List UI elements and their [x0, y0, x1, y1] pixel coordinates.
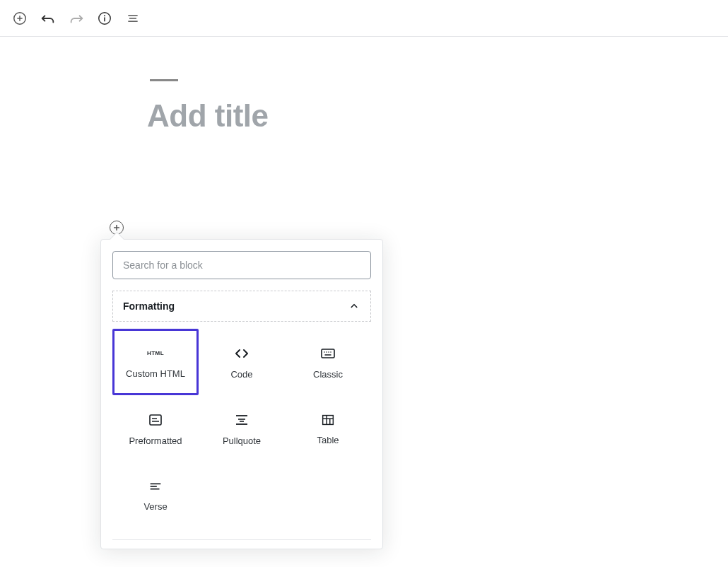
outline-button[interactable] [123, 8, 143, 28]
plus-circle-icon [12, 11, 28, 26]
keyboard-icon [319, 345, 336, 362]
editor-canvas: Add title Formatting HTML Custom HTML [0, 37, 728, 134]
category-label: Formatting [123, 300, 175, 312]
title-block[interactable]: Add title [147, 79, 728, 134]
block-option-table[interactable]: Table [285, 395, 371, 462]
redo-icon [69, 11, 84, 26]
svg-point-15 [330, 351, 331, 353]
title-accent-bar [150, 79, 178, 81]
block-option-verse[interactable]: Verse [112, 462, 199, 528]
title-placeholder-text: Add title [147, 98, 728, 134]
table-icon [320, 412, 336, 428]
html-icon: HTML [147, 345, 164, 361]
block-option-pullquote[interactable]: Pullquote [199, 395, 285, 462]
block-search-input[interactable] [112, 251, 371, 279]
svg-point-12 [324, 351, 325, 353]
search-wrap [101, 240, 382, 291]
chevron-up-icon [348, 300, 360, 312]
category-header-formatting[interactable]: Formatting [112, 291, 371, 322]
redo-button [66, 8, 86, 28]
block-option-label: Classic [313, 369, 343, 380]
info-button[interactable] [95, 8, 115, 28]
undo-icon [40, 11, 56, 26]
block-option-code[interactable]: Code [199, 329, 285, 395]
pullquote-icon [233, 411, 250, 428]
top-toolbar [0, 0, 728, 37]
svg-point-13 [326, 351, 327, 353]
block-option-label: Pullquote [223, 436, 261, 446]
plus-icon [112, 223, 121, 232]
preformatted-icon [147, 411, 164, 428]
add-block-button[interactable] [10, 8, 30, 28]
popover-separator [112, 539, 371, 540]
code-icon [233, 345, 250, 362]
block-option-preformatted[interactable]: Preformatted [112, 395, 199, 462]
block-option-custom-html[interactable]: HTML Custom HTML [112, 329, 199, 395]
block-option-label: Preformatted [129, 436, 182, 446]
svg-rect-17 [150, 415, 161, 425]
svg-rect-24 [323, 415, 334, 424]
block-option-classic[interactable]: Classic [285, 329, 371, 395]
block-option-label: Custom HTML [126, 368, 185, 379]
svg-rect-11 [322, 349, 334, 358]
block-option-label: Verse [143, 501, 167, 512]
undo-button[interactable] [38, 8, 58, 28]
svg-point-14 [328, 351, 329, 353]
block-option-label: Table [317, 435, 339, 445]
block-grid: HTML Custom HTML Code [101, 322, 382, 539]
svg-point-5 [104, 15, 105, 16]
block-option-label: Code [230, 369, 252, 380]
verse-icon [148, 479, 163, 494]
block-inserter-popover: Formatting HTML Custom HTML Code [100, 239, 383, 549]
info-icon [97, 11, 112, 26]
outline-icon [126, 11, 140, 25]
